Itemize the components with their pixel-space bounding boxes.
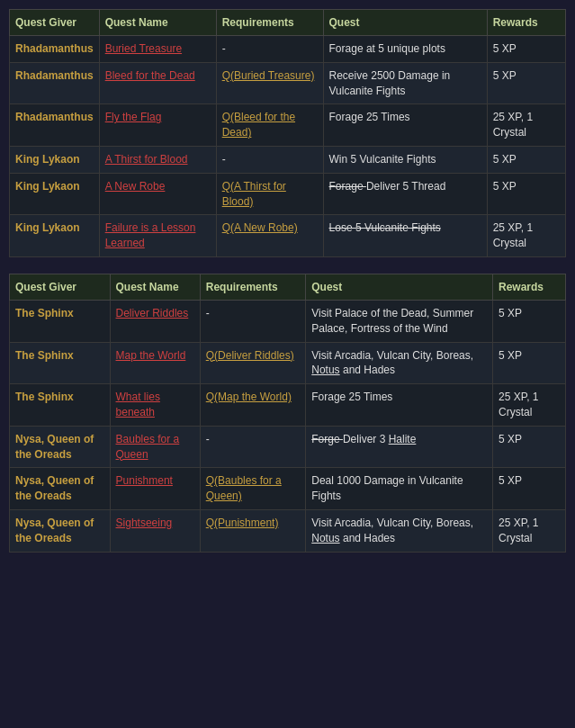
table-row: King LykaonA Thirst for Blood-Win 5 Vulc… — [10, 146, 566, 173]
table-cell-requirements: Q(Bleed for the Dead) — [216, 104, 323, 147]
table-cell-quest-giver: Rhadamanthus — [10, 62, 100, 104]
table-cell-quest: Win 5 Vulcanite Fights — [323, 146, 487, 173]
table-cell-quest: Deal 1000 Damage in Vulcanite Fights — [306, 468, 493, 510]
table-cell-requirements: Q(Buried Treasure) — [216, 62, 323, 104]
table-cell-quest: Visit Palace of the Dead, Summer Palace,… — [306, 300, 493, 342]
table-cell-rewards: 5 XP — [493, 300, 566, 342]
table-cell-quest-name[interactable]: Map the World — [110, 342, 200, 384]
table-cell-rewards: 25 XP, 1 Crystal — [487, 215, 565, 257]
table-cell-rewards: 5 XP — [493, 426, 566, 468]
table-header-row-1: Quest Giver Quest Name Requirements Ques… — [10, 10, 566, 36]
table-cell-rewards: 5 XP — [487, 36, 565, 63]
table-cell-quest-name[interactable]: Bleed for the Dead — [99, 62, 216, 104]
table-cell-quest: Forage Deliver 5 Thread — [323, 173, 487, 215]
table-cell-quest: Lose 5 Vulcanite Fights — [323, 215, 487, 257]
table-cell-quest-giver: The Sphinx — [10, 342, 111, 384]
table-cell-quest-giver: Rhadamanthus — [10, 36, 100, 63]
col-header-quest-1: Quest — [323, 10, 487, 36]
table-header-row-2: Quest Giver Quest Name Requirements Ques… — [10, 274, 566, 300]
table-cell-quest-name[interactable]: Buried Treasure — [99, 36, 216, 63]
table-cell-quest: Forage at 5 unique plots — [323, 36, 487, 63]
table-cell-quest: Receive 2500 Damage in Vulcanite Fights — [323, 62, 487, 104]
table-cell-quest-name[interactable]: Baubles for a Queen — [110, 426, 200, 468]
table-cell-quest-giver: Nysa, Queen of the Oreads — [10, 426, 111, 468]
table-cell-quest-name[interactable]: A New Robe — [99, 173, 216, 215]
table-cell-quest-name[interactable]: Failure is a Lesson Learned — [99, 215, 216, 257]
table-row: King LykaonFailure is a Lesson LearnedQ(… — [10, 215, 566, 257]
table-cell-rewards: 5 XP — [493, 468, 566, 510]
table-cell-requirements: - — [200, 426, 306, 468]
table-row: Nysa, Queen of the OreadsSightseeingQ(Pu… — [10, 509, 566, 552]
table-cell-quest-giver: King Lykaon — [10, 215, 100, 257]
table-cell-requirements: Q(Deliver Riddles) — [200, 342, 306, 384]
table-cell-quest-name[interactable]: What lies beneath — [110, 384, 200, 427]
table-cell-quest-giver: King Lykaon — [10, 146, 100, 173]
table-container-1: Quest Giver Quest Name Requirements Ques… — [9, 9, 566, 257]
table-row: RhadamanthusFly the FlagQ(Bleed for the … — [10, 104, 566, 147]
table-cell-requirements: - — [216, 36, 323, 63]
table-cell-quest: Forage 25 Times — [306, 384, 493, 427]
table-cell-quest-giver: Nysa, Queen of the Oreads — [10, 468, 111, 510]
quest-table-2: Quest Giver Quest Name Requirements Ques… — [9, 274, 566, 553]
table-cell-quest-name[interactable]: Sightseeing — [110, 509, 200, 552]
table-row: RhadamanthusBleed for the DeadQ(Buried T… — [10, 62, 566, 104]
col-header-quest-name-2: Quest Name — [110, 274, 200, 300]
table-cell-rewards: 5 XP — [493, 342, 566, 384]
table-cell-quest: Visit Arcadia, Vulcan City, Boreas, Notu… — [306, 509, 493, 552]
quest-table-1: Quest Giver Quest Name Requirements Ques… — [9, 9, 566, 257]
table-cell-quest-name[interactable]: A Thirst for Blood — [99, 146, 216, 173]
table-cell-rewards: 5 XP — [487, 62, 565, 104]
table-cell-requirements: Q(Map the World) — [200, 384, 306, 427]
table-container-2: Quest Giver Quest Name Requirements Ques… — [9, 274, 566, 553]
table-cell-requirements: Q(Punishment) — [200, 509, 306, 552]
table-cell-quest-giver: The Sphinx — [10, 384, 111, 427]
table-cell-quest: Forge Deliver 3 Halite — [306, 426, 493, 468]
table-row: King LykaonA New RobeQ(A Thirst for Bloo… — [10, 173, 566, 215]
table-row: Nysa, Queen of the OreadsPunishmentQ(Bau… — [10, 468, 566, 510]
col-header-quest-2: Quest — [306, 274, 493, 300]
table-cell-quest-giver: The Sphinx — [10, 300, 111, 342]
table-cell-requirements: - — [216, 146, 323, 173]
table-cell-quest-name[interactable]: Punishment — [110, 468, 200, 510]
col-header-quest-name-1: Quest Name — [99, 10, 216, 36]
col-header-rewards-2: Rewards — [493, 274, 566, 300]
table-row: The SphinxWhat lies beneathQ(Map the Wor… — [10, 384, 566, 427]
table-cell-requirements: Q(A New Robe) — [216, 215, 323, 257]
col-header-rewards-1: Rewards — [487, 10, 565, 36]
table-cell-rewards: 5 XP — [487, 146, 565, 173]
table-cell-quest: Forage 25 Times — [323, 104, 487, 147]
table-cell-requirements: - — [200, 300, 306, 342]
col-header-requirements-1: Requirements — [216, 10, 323, 36]
col-header-quest-giver-1: Quest Giver — [10, 10, 100, 36]
table-cell-requirements: Q(A Thirst for Blood) — [216, 173, 323, 215]
table-cell-rewards: 5 XP — [487, 173, 565, 215]
col-header-requirements-2: Requirements — [200, 274, 306, 300]
table-cell-rewards: 25 XP, 1 Crystal — [487, 104, 565, 147]
table-cell-quest-giver: Rhadamanthus — [10, 104, 100, 147]
table-row: Nysa, Queen of the OreadsBaubles for a Q… — [10, 426, 566, 468]
table-cell-rewards: 25 XP, 1 Crystal — [493, 384, 566, 427]
table-cell-quest-name[interactable]: Fly the Flag — [99, 104, 216, 147]
table-cell-quest: Visit Arcadia, Vulcan City, Boreas, Notu… — [306, 342, 493, 384]
table-cell-quest-name[interactable]: Deliver Riddles — [110, 300, 200, 342]
col-header-quest-giver-2: Quest Giver — [10, 274, 111, 300]
table-cell-requirements: Q(Baubles for a Queen) — [200, 468, 306, 510]
page-content: Quest Giver Quest Name Requirements Ques… — [9, 9, 566, 553]
table-cell-quest-giver: Nysa, Queen of the Oreads — [10, 509, 111, 552]
table-row: The SphinxMap the WorldQ(Deliver Riddles… — [10, 342, 566, 384]
table-row: The SphinxDeliver Riddles-Visit Palace o… — [10, 300, 566, 342]
table-row: RhadamanthusBuried Treasure-Forage at 5 … — [10, 36, 566, 63]
table-cell-rewards: 25 XP, 1 Crystal — [493, 509, 566, 552]
table-cell-quest-giver: King Lykaon — [10, 173, 100, 215]
